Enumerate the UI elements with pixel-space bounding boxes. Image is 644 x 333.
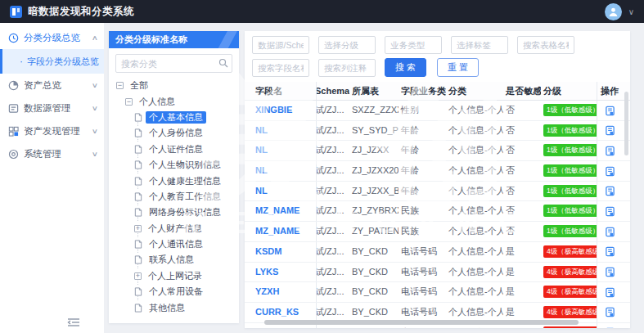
tree-node-label: 个人证件信息 xyxy=(146,143,206,155)
view-detail-button[interactable] xyxy=(603,286,617,299)
detail-document-icon xyxy=(605,166,615,177)
column-header-6: 分级 xyxy=(541,82,597,100)
schema-cell: 试/ZJ... xyxy=(317,141,349,160)
level-select[interactable] xyxy=(318,36,376,54)
view-detail-button[interactable] xyxy=(603,124,617,137)
table-row: NL试/ZJ...ZJ_JZXX年龄个人信息-个人基本...否1级（低敏感级） xyxy=(245,141,630,161)
tree-node-root[interactable]: −全部 xyxy=(116,78,239,93)
document-icon xyxy=(134,240,142,249)
field-name-link[interactable]: NL xyxy=(245,161,317,181)
view-detail-button[interactable] xyxy=(603,164,617,178)
view-detail-button[interactable] xyxy=(603,184,617,198)
level-cell: 1级（低敏感级） xyxy=(541,222,597,241)
sensitive-cell: 否 xyxy=(503,101,541,120)
tree-node-group[interactable]: −个人信息 xyxy=(125,93,239,109)
reset-button[interactable]: 重置 xyxy=(437,58,479,77)
sensitive-cell: 否 xyxy=(503,121,541,141)
tree-node-leaf-4[interactable]: 个人健康生理信息 xyxy=(134,173,239,188)
tree-node-leaf-6[interactable]: 网络身份标识信息 xyxy=(134,205,239,220)
tree-node-leaf-1[interactable]: 个人身份信息 xyxy=(134,125,239,141)
sidebar-item-3[interactable]: 数据源管理∨ xyxy=(0,97,104,119)
sidebar-item-0[interactable]: 分类分级总览∧ xyxy=(0,26,104,49)
operation-cell xyxy=(597,303,622,322)
level-badge: 4级（极高敏感级） xyxy=(543,326,597,328)
view-detail-button[interactable] xyxy=(603,205,617,218)
sidebar-subitem-1[interactable]: ·字段分类分级总览 xyxy=(0,49,104,74)
tree-search-input[interactable] xyxy=(115,54,232,73)
view-detail-button[interactable] xyxy=(603,265,617,279)
table-cell: BY_CKD xyxy=(349,282,399,302)
view-detail-button[interactable] xyxy=(603,245,617,259)
view-detail-button[interactable] xyxy=(603,305,617,319)
field-name-search-input[interactable] xyxy=(252,59,309,77)
collapse-node-icon[interactable]: − xyxy=(125,98,133,106)
expand-node-icon[interactable]: + xyxy=(134,272,142,280)
column-comment-search-input[interactable] xyxy=(318,59,376,77)
level-cell: 1级（低敏感级） xyxy=(541,101,597,120)
expand-node-icon[interactable]: + xyxy=(134,225,142,232)
view-detail-button[interactable] xyxy=(603,144,617,158)
tree-node-leaf-10[interactable]: +个人上网记录 xyxy=(134,268,239,284)
vertical-scrollbar[interactable] xyxy=(624,92,628,155)
schema-cell: 试/ZJ... xyxy=(317,282,349,302)
table-cell: BY_CKD xyxy=(349,263,399,282)
tree-node-label: 个人基本信息 xyxy=(146,111,206,124)
sidebar-subitem-label: 字段分类分级总览 xyxy=(27,56,99,68)
type-cell: 年龄 xyxy=(399,121,446,141)
tree-node-leaf-8[interactable]: 个人通讯信息 xyxy=(134,236,239,252)
detail-document-icon xyxy=(605,206,615,217)
datasource-schema-input[interactable] xyxy=(252,36,309,54)
sensitive-cell: 否 xyxy=(503,182,541,201)
field-name-link[interactable]: NL xyxy=(245,182,317,201)
sidebar-item-label: 分类分级总览 xyxy=(24,32,80,44)
search-button[interactable]: 搜索 xyxy=(385,58,426,77)
field-name-link[interactable]: CURR_KS xyxy=(245,303,317,322)
field-name-link[interactable]: MZ_NAME xyxy=(245,201,317,221)
tag-select[interactable] xyxy=(451,36,508,54)
tree-node-leaf-7[interactable]: +个人财产信息 xyxy=(134,221,239,236)
level-badge: 1级（低敏感级） xyxy=(543,164,597,177)
table-cell: SY_SYD_PRINT xyxy=(349,121,399,141)
tree-node-leaf-12[interactable]: 其他信息 xyxy=(134,299,239,315)
field-name-link[interactable]: KSDM xyxy=(245,242,317,262)
main-panel: 搜索 重置 字段名Schema所属表字段业务类型分类是否敏感分级操作 XINGB… xyxy=(245,31,630,328)
view-detail-button[interactable] xyxy=(603,225,617,239)
tree-node-leaf-2[interactable]: 个人证件信息 xyxy=(134,142,239,157)
category-cell: 个人信息-个人基本... xyxy=(446,141,503,160)
level-cell: 1级（低敏感级） xyxy=(541,161,597,181)
user-menu-chevron-icon[interactable]: ∨ xyxy=(628,7,634,16)
type-cell: 电话号码 xyxy=(399,263,446,282)
table-name-search-input[interactable] xyxy=(517,36,574,54)
table-row: KSDM试/ZJ...BY_CKD电话号码个人信息-个人基本...是4级（极高敏… xyxy=(245,242,630,263)
field-name-link[interactable]: LYKS xyxy=(245,263,317,282)
tree-node-leaf-0[interactable]: 个人基本信息 xyxy=(134,110,239,125)
chevron-down-icon: ∨ xyxy=(92,128,98,135)
business-type-select[interactable] xyxy=(385,36,442,54)
tree-node-leaf-11[interactable]: 个人常用设备 xyxy=(134,284,239,299)
collapse-node-icon[interactable]: − xyxy=(116,82,124,89)
field-name-link[interactable]: NL xyxy=(245,141,317,160)
sidebar-item-2[interactable]: 资产总览∨ xyxy=(0,74,104,97)
sidebar-item-5[interactable]: 系统管理∨ xyxy=(0,142,104,165)
view-detail-button[interactable] xyxy=(603,104,617,118)
field-name-link[interactable]: YZXH xyxy=(245,282,317,302)
sidebar-collapse-icon[interactable] xyxy=(67,317,80,327)
sensitive-cell: 否 xyxy=(503,201,541,221)
field-name-link[interactable]: MZ_NAME xyxy=(245,222,317,241)
table-cell: ZJ_JZXX xyxy=(349,141,399,160)
view-detail-button[interactable] xyxy=(603,326,617,328)
user-avatar[interactable] xyxy=(605,3,622,20)
horizontal-scrollbar[interactable] xyxy=(264,320,579,325)
level-cell: 4级（极高敏感级） xyxy=(541,282,597,302)
tree-node-leaf-3[interactable]: 个人生物识别信息 xyxy=(134,157,239,173)
tree-node-label: 个人通讯信息 xyxy=(146,238,206,250)
field-name-link[interactable]: NL xyxy=(245,121,317,141)
type-cell: 民族 xyxy=(399,201,446,221)
sidebar-item-4[interactable]: 资产发现管理∨ xyxy=(0,119,104,142)
tree-node-label: 个人常用设备 xyxy=(146,286,206,298)
field-name-link[interactable]: XINGBIE xyxy=(245,101,317,120)
tree-node-leaf-9[interactable]: 联系人信息 xyxy=(134,252,239,268)
app-logo-icon xyxy=(10,6,22,18)
schema-cell: 试/ZJ... xyxy=(317,182,349,201)
tree-node-leaf-5[interactable]: 个人教育工作信息 xyxy=(134,189,239,205)
